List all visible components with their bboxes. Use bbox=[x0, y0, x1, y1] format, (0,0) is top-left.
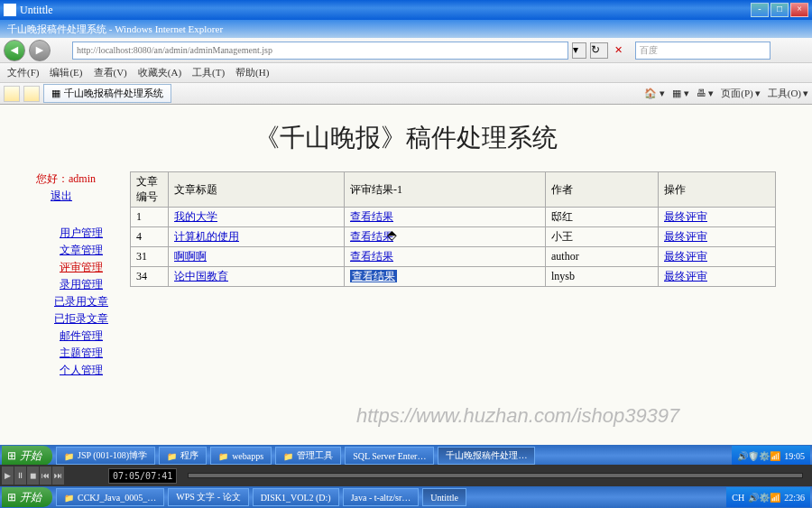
table-row: 4 计算机的使用 查看结果 小王 最终评审 bbox=[131, 227, 776, 247]
menu-bar: 文件(F) 编辑(E) 查看(V) 收藏夹(A) 工具(T) 帮助(H) bbox=[0, 63, 812, 83]
task-java[interactable]: Java - t-altz/sr… bbox=[343, 488, 420, 506]
print-tool[interactable]: 🖶 ▾ bbox=[697, 88, 715, 99]
stop-button[interactable]: ✕ bbox=[612, 44, 624, 57]
menu-file[interactable]: 文件(F) bbox=[7, 66, 39, 79]
review-link[interactable]: 查看结果 bbox=[350, 210, 393, 223]
task-cckj[interactable]: CCKJ_Java_0005_… bbox=[56, 488, 164, 506]
nav-accepted[interactable]: 已录用文章 bbox=[36, 294, 126, 309]
nav-accept[interactable]: 录用管理 bbox=[36, 277, 126, 292]
close-button[interactable]: × bbox=[790, 3, 808, 17]
cell-title: 我的大学 bbox=[169, 208, 345, 227]
page-tool[interactable]: 页面(P) ▾ bbox=[721, 87, 760, 100]
feed-tool[interactable]: ▦ ▾ bbox=[672, 88, 689, 99]
cell-review: 查看结果 bbox=[345, 267, 546, 287]
content-area: 《千山晚报》稿件处理系统 您好：admin 退出 用户管理 文章管理 评审管理 … bbox=[0, 105, 812, 475]
browser-tab[interactable]: ▦ 千山晚报稿件处理系统 bbox=[43, 84, 171, 103]
article-link[interactable]: 论中国教育 bbox=[174, 270, 228, 282]
cell-review: 查看结果 bbox=[345, 227, 546, 247]
th-id: 文章编号 bbox=[131, 172, 169, 208]
nav-articles[interactable]: 文章管理 bbox=[36, 243, 126, 258]
taskbar-outer: 开始 CCKJ_Java_0005_… WPS 文字 - 论文 DISK1_VO… bbox=[0, 486, 812, 508]
task-jsp[interactable]: JSP (001-108)博学 bbox=[56, 447, 155, 465]
cell-title: 计算机的使用 bbox=[169, 227, 345, 247]
menu-favorites[interactable]: 收藏夹(A) bbox=[138, 66, 181, 79]
cell-op: 最终评审 bbox=[659, 227, 776, 247]
favorites-icon[interactable] bbox=[4, 86, 20, 102]
home-tool[interactable]: 🏠 ▾ bbox=[644, 88, 665, 99]
url-dropdown[interactable]: ▾ bbox=[572, 42, 586, 59]
start-button-2[interactable]: 开始 bbox=[2, 487, 52, 507]
task-disk[interactable]: DISK1_VOL2 (D:) bbox=[253, 488, 339, 506]
url-input[interactable]: http://localhost:8080/an/admin/adminMana… bbox=[72, 42, 568, 60]
cell-id: 1 bbox=[131, 208, 169, 227]
nav-users[interactable]: 用户管理 bbox=[36, 226, 126, 241]
page-title: 《千山晚报》稿件处理系统 bbox=[0, 105, 812, 171]
th-review: 评审结果-1 bbox=[345, 172, 546, 208]
cell-review: 查看结果 bbox=[345, 208, 546, 227]
cell-op: 最终评审 bbox=[659, 208, 776, 227]
logout-link[interactable]: 退出 bbox=[51, 189, 126, 204]
final-review-link[interactable]: 最终评审 bbox=[664, 270, 707, 282]
task-program[interactable]: 程序 bbox=[159, 447, 207, 465]
nav-mail[interactable]: 邮件管理 bbox=[36, 328, 126, 344]
cell-author: author bbox=[546, 247, 659, 267]
main-table: 文章编号 文章标题 评审结果-1 作者 操作 1 我的大学 查看结果 邸红 最终… bbox=[130, 171, 776, 380]
refresh-button[interactable]: ↻ bbox=[590, 42, 608, 59]
article-link[interactable]: 啊啊啊 bbox=[174, 250, 207, 263]
tools-tool[interactable]: 工具(O) ▾ bbox=[768, 87, 808, 100]
th-title: 文章标题 bbox=[169, 172, 345, 208]
minimize-button[interactable]: - bbox=[751, 3, 769, 17]
nav-personal[interactable]: 个人管理 bbox=[36, 363, 126, 378]
add-favorite-icon[interactable] bbox=[23, 86, 40, 102]
review-link[interactable]: 查看结果 bbox=[350, 230, 393, 243]
nav-rejected[interactable]: 已拒录文章 bbox=[36, 311, 126, 327]
cell-review: 查看结果 bbox=[345, 247, 546, 267]
nav-review[interactable]: 评审管理 bbox=[36, 260, 126, 275]
cell-id: 31 bbox=[131, 247, 169, 267]
media-seek[interactable] bbox=[188, 473, 803, 478]
tray-1[interactable]: 🔊🛡️⚙️📶 19:05 bbox=[732, 446, 810, 466]
ie-toolbar: ◄ ► http://localhost:8080/an/admin/admin… bbox=[0, 38, 812, 63]
menu-tools[interactable]: 工具(T) bbox=[192, 66, 225, 79]
sidebar: 您好：admin 退出 用户管理 文章管理 评审管理 录用管理 已录用文章 已拒… bbox=[36, 171, 126, 380]
cell-title: 论中国教育 bbox=[169, 267, 345, 287]
review-link[interactable]: 查看结果 bbox=[350, 250, 393, 263]
outer-window-title: Untittle bbox=[20, 4, 53, 17]
task-sql[interactable]: SQL Server Enter… bbox=[345, 447, 434, 465]
fav-bar: ▦ 千山晚报稿件处理系统 🏠 ▾ ▦ ▾ 🖶 ▾ 页面(P) ▾ 工具(O) ▾ bbox=[0, 83, 812, 105]
cell-author: lnysb bbox=[546, 267, 659, 287]
review-link[interactable]: 查看结果 bbox=[350, 270, 397, 282]
tab-title: 千山晚报稿件处理系统 bbox=[64, 87, 163, 100]
table-row: 1 我的大学 查看结果 邸红 最终评审 bbox=[131, 208, 776, 227]
forward-button[interactable]: ► bbox=[29, 40, 51, 61]
search-input[interactable]: 百度 bbox=[635, 42, 770, 60]
task-wps[interactable]: WPS 文字 - 论文 bbox=[168, 488, 248, 506]
final-review-link[interactable]: 最终评审 bbox=[664, 250, 707, 263]
task-ie[interactable]: 千山晚报稿件处理… bbox=[438, 447, 535, 465]
table-row: 34 论中国教育 查看结果 lnysb 最终评审 bbox=[131, 267, 776, 287]
greeting: 您好：admin bbox=[36, 171, 126, 187]
table-row: 31 啊啊啊 查看结果 author 最终评审 bbox=[131, 247, 776, 267]
task-untitle[interactable]: Untittle bbox=[422, 488, 466, 506]
cell-id: 4 bbox=[131, 227, 169, 247]
task-webapps[interactable]: webapps bbox=[210, 447, 272, 465]
final-review-link[interactable]: 最终评审 bbox=[664, 230, 707, 243]
article-link[interactable]: 我的大学 bbox=[174, 210, 217, 223]
th-op: 操作 bbox=[659, 172, 776, 208]
back-button[interactable]: ◄ bbox=[4, 40, 25, 61]
outer-window-titlebar: Untittle - □ × bbox=[0, 0, 812, 20]
menu-help[interactable]: 帮助(H) bbox=[235, 66, 269, 79]
menu-view[interactable]: 查看(V) bbox=[94, 66, 127, 79]
tray-2[interactable]: CH 🔊⚙️📶 22:36 bbox=[726, 487, 810, 507]
final-review-link[interactable]: 最终评审 bbox=[664, 210, 707, 223]
start-button-1[interactable]: 开始 bbox=[2, 446, 52, 466]
menu-edit[interactable]: 编辑(E) bbox=[50, 66, 82, 79]
nav-subject[interactable]: 主题管理 bbox=[36, 346, 126, 361]
maximize-button[interactable]: □ bbox=[770, 3, 789, 17]
article-link[interactable]: 计算机的使用 bbox=[174, 230, 239, 243]
task-mgmt[interactable]: 管理工具 bbox=[275, 447, 341, 465]
media-controls[interactable]: ▶⏸◼⏮⏭ bbox=[2, 466, 65, 485]
app-icon bbox=[4, 4, 16, 16]
media-time: 07:05/07:41 bbox=[108, 468, 177, 484]
cell-op: 最终评审 bbox=[659, 267, 776, 287]
